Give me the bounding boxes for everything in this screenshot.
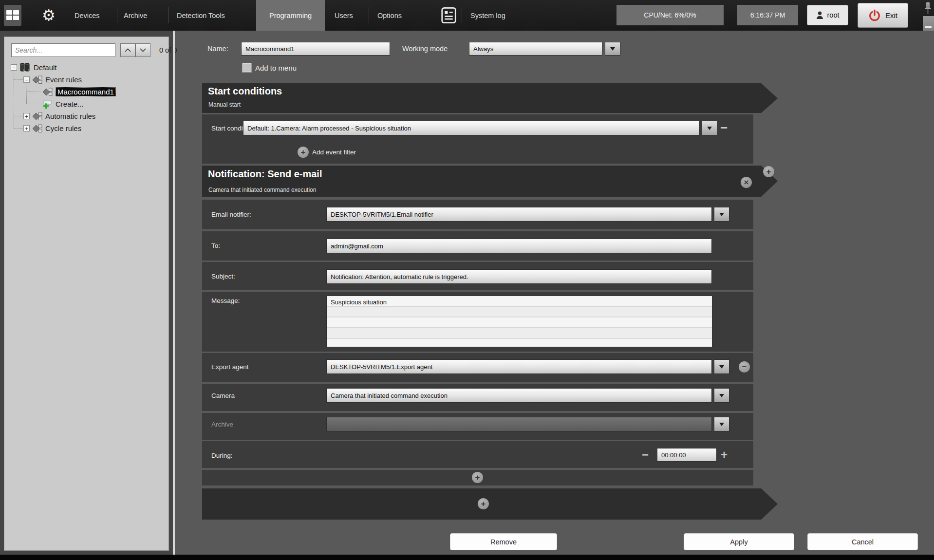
- chevron-up-icon: [125, 48, 131, 52]
- working-mode-dropdown-button[interactable]: [605, 42, 620, 56]
- tree-item-automatic-rules[interactable]: + Automatic rules: [4, 110, 168, 122]
- system-log-icon[interactable]: [441, 7, 457, 26]
- panel-splitter[interactable]: [173, 31, 175, 555]
- remove-export-agent-button[interactable]: −: [739, 361, 750, 373]
- pin-icon[interactable]: [923, 1, 933, 16]
- minimize-icon: [925, 26, 932, 28]
- cpu-net-indicator[interactable]: CPU/Net: 6%/0%: [616, 5, 724, 25]
- menu-item-system-log[interactable]: System log: [470, 0, 505, 31]
- section-title: Start conditions: [208, 86, 282, 97]
- start-condition-dropdown-button[interactable]: [702, 121, 717, 135]
- rules-node-icon: [32, 75, 42, 84]
- create-new-icon: [42, 99, 53, 109]
- menu-item-detection-tools[interactable]: Detection Tools: [177, 0, 225, 31]
- search-input[interactable]: [11, 43, 115, 57]
- tree-item-label: Default: [34, 63, 57, 72]
- gear-icon: ⚙: [42, 6, 56, 24]
- export-agent-select[interactable]: DESKTOP-5VRITM5/1.Export agent: [326, 359, 712, 374]
- exit-label: Exit: [885, 11, 897, 19]
- expand-toggle[interactable]: +: [23, 113, 30, 119]
- expand-toggle[interactable]: +: [23, 125, 30, 131]
- tree-item-label: Cycle rules: [45, 124, 81, 132]
- search-prev-button[interactable]: [120, 43, 135, 57]
- tree-item-create[interactable]: Create...: [4, 98, 168, 110]
- menu-divider: [462, 7, 462, 23]
- apply-button[interactable]: Apply: [684, 533, 794, 550]
- name-input[interactable]: [241, 42, 390, 56]
- tree-item-macrocommand1[interactable]: Macrocommand1: [4, 86, 168, 98]
- to-label: To:: [211, 242, 220, 249]
- remove-condition-button[interactable]: −: [720, 121, 728, 134]
- menu-item-programming[interactable]: Programming: [256, 0, 325, 31]
- menu-divider: [168, 7, 169, 23]
- exit-button[interactable]: Exit: [858, 3, 908, 28]
- tree-item-label-selected: Macrocommand1: [56, 87, 116, 96]
- menu-item-options[interactable]: Options: [377, 0, 402, 31]
- server-icon: [19, 63, 31, 72]
- add-to-menu-label: Add to menu: [255, 64, 297, 72]
- search-next-button[interactable]: [135, 43, 150, 57]
- camera-select[interactable]: Camera that initiated command execution: [326, 388, 712, 403]
- object-tree-panel: 0 of 0 −: [4, 37, 169, 551]
- dropdown-arrow-icon: [719, 213, 724, 216]
- working-mode-select[interactable]: Always: [469, 42, 602, 56]
- section-subtitle: Camera that initiated command execution: [208, 187, 316, 193]
- menu-item-devices[interactable]: Devices: [75, 0, 100, 31]
- during-increase-button[interactable]: +: [721, 449, 728, 461]
- message-label: Message:: [211, 297, 240, 304]
- settings-gear-button[interactable]: ⚙: [42, 0, 56, 31]
- tree-item-label: Event rules: [45, 75, 82, 84]
- grid-icon: [6, 10, 19, 21]
- rules-node-icon: [32, 124, 42, 133]
- tree-item-event-rules[interactable]: − Event rules: [4, 74, 168, 86]
- clock-indicator[interactable]: 6:16:37 PM: [737, 5, 798, 25]
- chevron-down-icon: [140, 48, 146, 52]
- to-input[interactable]: [326, 239, 712, 253]
- menu-item-users[interactable]: Users: [335, 0, 353, 31]
- tree-item-label: Create...: [56, 100, 84, 108]
- email-notifier-label: Email notifier:: [211, 211, 251, 218]
- add-to-menu-checkbox[interactable]: [242, 63, 252, 73]
- message-textarea[interactable]: Suspicious situation: [326, 296, 712, 347]
- application-window: ⚙ Devices Archive Detection Tools Progra…: [0, 0, 934, 560]
- subject-input[interactable]: [326, 269, 712, 284]
- plus-icon: +: [481, 500, 486, 508]
- archive-dropdown-button[interactable]: [714, 417, 729, 431]
- top-menu-bar: ⚙ Devices Archive Detection Tools Progra…: [0, 0, 934, 31]
- name-label: Name:: [207, 45, 228, 53]
- archive-select-disabled: [326, 417, 712, 431]
- camera-dropdown-button[interactable]: [714, 388, 729, 403]
- remove-action-close-button[interactable]: ×: [741, 177, 752, 188]
- collapse-toggle[interactable]: −: [11, 64, 17, 71]
- email-notifier-dropdown-button[interactable]: [714, 207, 729, 222]
- archive-label: Archive: [211, 421, 233, 428]
- add-new-action-button[interactable]: +: [478, 498, 489, 509]
- start-condition-select[interactable]: Default: 1.Camera: Alarm processed - Sus…: [243, 121, 700, 135]
- dropdown-arrow-icon: [719, 394, 724, 397]
- user-button[interactable]: root: [807, 5, 848, 25]
- tree-item-default[interactable]: − Default: [4, 61, 168, 74]
- rules-node-icon: [42, 88, 53, 96]
- remove-button[interactable]: Remove: [450, 533, 557, 550]
- app-grid-button[interactable]: [4, 5, 21, 26]
- user-icon: [816, 11, 823, 19]
- email-notifier-select[interactable]: DESKTOP-5VRITM5/1.Email notifier: [326, 207, 712, 222]
- object-tree: − Default −: [4, 61, 168, 134]
- add-parameter-button[interactable]: +: [472, 472, 483, 483]
- dropdown-arrow-icon: [707, 127, 712, 130]
- add-event-filter-button[interactable]: +: [298, 147, 309, 158]
- minus-icon: −: [742, 363, 747, 371]
- add-action-button[interactable]: +: [763, 166, 774, 177]
- menu-divider: [369, 7, 369, 23]
- export-agent-dropdown-button[interactable]: [714, 359, 729, 374]
- section-subtitle: Manual start: [208, 101, 241, 108]
- collapse-toggle[interactable]: −: [23, 76, 30, 83]
- cancel-button[interactable]: Cancel: [807, 533, 918, 550]
- during-input[interactable]: [657, 448, 717, 462]
- minimize-button[interactable]: [923, 16, 934, 31]
- rules-node-icon: [32, 112, 42, 121]
- menu-item-archive[interactable]: Archive: [124, 0, 147, 31]
- during-decrease-button[interactable]: −: [642, 449, 649, 461]
- dropdown-arrow-icon: [719, 423, 724, 426]
- tree-item-cycle-rules[interactable]: + Cycle rules: [4, 122, 168, 134]
